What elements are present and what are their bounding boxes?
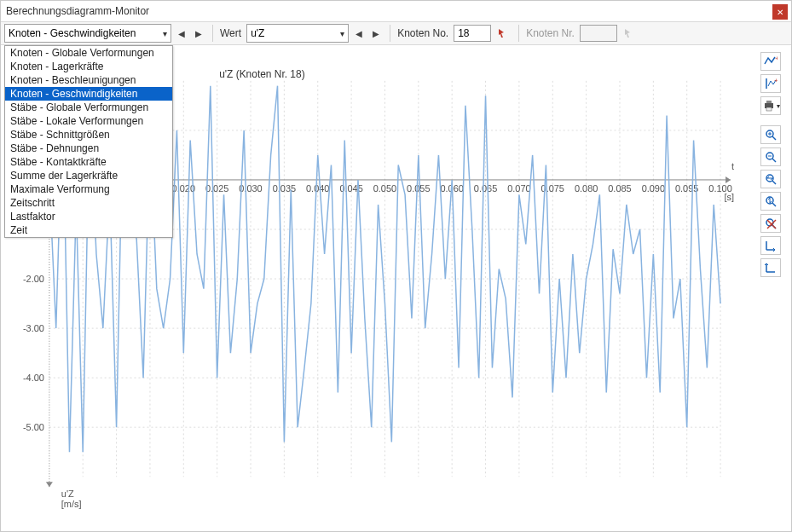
pick-knoten-nr-button — [621, 25, 638, 42]
svg-text:0.080: 0.080 — [575, 183, 598, 194]
right-toolbar: + + ▾ — [760, 52, 786, 277]
svg-marker-27 — [726, 176, 731, 183]
add-y-axis-button[interactable]: + — [760, 74, 781, 93]
window: Berechnungsdiagramm-Monitor ✕ Knoten - G… — [0, 0, 792, 532]
pick-knoten-button[interactable] — [494, 25, 512, 42]
svg-text:0.070: 0.070 — [507, 183, 530, 194]
svg-rect-67 — [766, 107, 772, 111]
wert-combo-value: u'Z — [251, 27, 264, 39]
separator — [212, 25, 213, 42]
knoten-nr-input — [580, 25, 617, 42]
svg-text:0.040: 0.040 — [306, 183, 329, 194]
chevron-down-icon: ▾ — [163, 29, 167, 38]
svg-marker-29 — [46, 482, 53, 487]
svg-text:t: t — [731, 161, 734, 171]
svg-text:+: + — [774, 78, 778, 84]
svg-text:u'Z (Knoten Nr. 18): u'Z (Knoten Nr. 18) — [219, 68, 305, 80]
svg-text:-5.00: -5.00 — [23, 422, 44, 432]
svg-line-73 — [772, 159, 776, 162]
add-y-axis-icon: + — [764, 78, 778, 90]
svg-text:0.085: 0.085 — [608, 183, 631, 194]
zoom-in-button[interactable] — [760, 125, 781, 144]
svg-text:+: + — [775, 55, 778, 62]
chevron-down-icon: ▾ — [777, 102, 780, 110]
picker-icon — [497, 27, 509, 39]
svg-text:u'Z: u'Z — [61, 489, 74, 499]
svg-text:0.050: 0.050 — [373, 183, 396, 194]
axis-y-icon — [765, 262, 777, 274]
svg-text:0.090: 0.090 — [642, 183, 665, 194]
zoom-y-icon — [765, 195, 777, 207]
svg-text:0.035: 0.035 — [273, 183, 296, 194]
reset-zoom-button[interactable] — [760, 214, 781, 233]
dropdown-item[interactable]: Summe der Lagerkräfte — [5, 169, 172, 182]
dropdown-item[interactable]: Stäbe - Dehnungen — [5, 142, 172, 155]
zoom-y-button[interactable] — [760, 192, 781, 211]
zoom-in-icon — [765, 129, 777, 141]
add-series-icon: + — [764, 55, 778, 67]
dropdown-item[interactable]: Stäbe - Lokale Verformungen — [5, 114, 172, 128]
print-button[interactable]: ▾ — [760, 96, 781, 115]
knoten-no-label: Knoten No. — [397, 27, 450, 39]
svg-text:0.030: 0.030 — [239, 183, 262, 194]
dropdown-item[interactable]: Zeitschritt — [5, 196, 172, 210]
separator — [518, 25, 519, 42]
svg-text:-3.00: -3.00 — [23, 323, 44, 333]
dropdown-item[interactable]: Stäbe - Schnittgrößen — [5, 128, 172, 142]
zoom-out-icon — [765, 151, 777, 163]
axis-x-button[interactable] — [760, 236, 781, 255]
dropdown-item[interactable]: Stäbe - Globale Verformungen — [5, 101, 172, 114]
dropdown-item[interactable]: Stäbe - Kontaktkräfte — [5, 155, 172, 169]
svg-text:0.020: 0.020 — [172, 183, 195, 194]
axis-y-button[interactable] — [760, 258, 781, 277]
print-icon — [762, 100, 776, 112]
svg-text:0.025: 0.025 — [205, 183, 228, 194]
titlebar: Berechnungsdiagramm-Monitor ✕ — [1, 1, 791, 21]
dropdown-item[interactable]: Maximale Verformung — [5, 182, 172, 196]
svg-text:0.065: 0.065 — [474, 183, 497, 194]
category-combo[interactable]: Knoten - Geschwindigkeiten ▾ — [4, 24, 171, 43]
dropdown-item[interactable]: Knoten - Geschwindigkeiten — [5, 87, 172, 101]
prev-wert-button[interactable]: ◀ — [352, 25, 366, 42]
svg-line-79 — [772, 203, 776, 206]
separator — [390, 25, 390, 42]
wert-combo[interactable]: u'Z ▾ — [246, 24, 349, 43]
close-button[interactable]: ✕ — [772, 4, 788, 20]
zoom-out-button[interactable] — [760, 147, 781, 166]
knoten-nr-label: Knoten Nr. — [526, 27, 576, 39]
prev-category-button[interactable]: ◀ — [175, 25, 188, 42]
zoom-x-icon — [765, 173, 777, 185]
svg-text:0.095: 0.095 — [675, 183, 698, 194]
svg-text:[s]: [s] — [724, 192, 734, 202]
svg-text:[m/s]: [m/s] — [61, 499, 82, 509]
svg-text:-2.00: -2.00 — [23, 274, 44, 284]
close-icon: ✕ — [777, 8, 783, 17]
category-combo-value: Knoten - Geschwindigkeiten — [9, 27, 136, 39]
next-wert-button[interactable]: ▶ — [369, 25, 383, 42]
zoom-x-button[interactable] — [760, 170, 781, 188]
add-series-button[interactable]: + — [760, 52, 781, 71]
chevron-down-icon: ▾ — [340, 29, 344, 38]
axis-x-icon — [765, 240, 777, 252]
svg-line-76 — [772, 181, 776, 184]
svg-text:-4.00: -4.00 — [23, 373, 44, 383]
wert-label: Wert — [220, 27, 243, 39]
dropdown-item[interactable]: Knoten - Globale Verformungen — [5, 46, 172, 60]
category-dropdown[interactable]: Knoten - Globale VerformungenKnoten - La… — [4, 45, 173, 238]
svg-line-69 — [772, 136, 776, 140]
next-category-button[interactable]: ▶ — [192, 25, 205, 42]
toolbar: Knoten - Geschwindigkeiten ▾ ◀ ▶ Wert u'… — [1, 21, 791, 45]
dropdown-item[interactable]: Knoten - Beschleunigungen — [5, 73, 172, 87]
dropdown-item[interactable]: Lastfaktor — [5, 210, 172, 223]
knoten-no-input[interactable] — [454, 25, 491, 42]
dropdown-item[interactable]: Zeit — [5, 223, 172, 237]
picker-icon — [623, 27, 635, 39]
window-title: Berechnungsdiagramm-Monitor — [6, 5, 149, 17]
reset-zoom-icon — [765, 217, 777, 229]
svg-rect-66 — [766, 101, 772, 103]
svg-text:0.055: 0.055 — [407, 183, 430, 194]
dropdown-item[interactable]: Knoten - Lagerkräfte — [5, 60, 172, 73]
